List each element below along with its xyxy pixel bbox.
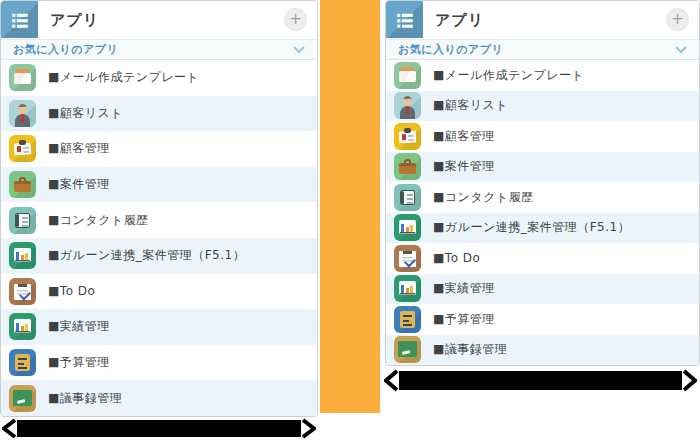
- app-label: ■案件管理: [48, 176, 110, 193]
- plus-icon: +: [289, 12, 302, 27]
- chalkboard-icon: [9, 385, 36, 412]
- app-label: ■ガルーン連携_案件管理（F5.1）: [48, 247, 245, 264]
- app-label: ■メール作成テンプレート: [48, 69, 199, 86]
- app-label: ■コンタクト履歴: [48, 212, 149, 229]
- app-label: ■顧客リスト: [433, 97, 508, 114]
- fax-icon: [9, 207, 36, 234]
- app-list-item[interactable]: ■コンタクト履歴: [1, 202, 317, 238]
- briefcase-icon: [9, 171, 36, 198]
- app-list-item[interactable]: ■To Do: [1, 274, 317, 310]
- app-list-item[interactable]: ■案件管理: [386, 152, 699, 183]
- app-list-item[interactable]: ■コンタクト履歴: [386, 182, 699, 213]
- app-list-menu-icon[interactable]: [386, 1, 423, 38]
- chevron-down-icon: [293, 46, 305, 54]
- page-title: アプリ: [435, 11, 484, 30]
- app-list-item[interactable]: ■議事録管理: [386, 335, 699, 366]
- app-list-item[interactable]: ■顧客管理: [1, 131, 317, 167]
- bar-chart-icon: [9, 313, 36, 340]
- redaction-bar: [17, 420, 301, 437]
- favorites-section-header[interactable]: お気に入りのアプリ: [1, 40, 317, 60]
- briefcase-icon: [394, 153, 421, 180]
- app-list-menu-icon[interactable]: [1, 1, 38, 38]
- app-list-item[interactable]: ■予算管理: [1, 345, 317, 381]
- bar-chart-icon: [394, 275, 421, 302]
- app-label: ■実績管理: [433, 280, 495, 297]
- add-app-button[interactable]: +: [284, 8, 307, 31]
- app-list-item[interactable]: ■案件管理: [1, 167, 317, 203]
- arrow-left-icon: [384, 369, 399, 392]
- app-label: ■コンタクト履歴: [433, 189, 534, 206]
- app-list-item[interactable]: ■実績管理: [1, 309, 317, 345]
- app-list-item[interactable]: ■実績管理: [386, 274, 699, 305]
- favorites-section-header[interactable]: お気に入りのアプリ: [386, 40, 699, 60]
- app-label: ■予算管理: [433, 311, 495, 328]
- app-list-item[interactable]: ■ガルーン連携_案件管理（F5.1）: [1, 238, 317, 274]
- plus-icon: +: [671, 12, 684, 27]
- favorites-label: お気に入りのアプリ: [13, 42, 118, 57]
- app-list-item[interactable]: ■メール作成テンプレート: [1, 60, 317, 96]
- app-list-item[interactable]: ■議事録管理: [1, 380, 317, 416]
- page-title: アプリ: [50, 11, 99, 30]
- add-app-button[interactable]: +: [666, 8, 689, 31]
- app-list: ■メール作成テンプレート■顧客リスト■顧客管理■案件管理■コンタクト履歴■ガルー…: [1, 60, 317, 416]
- app-label: ■議事録管理: [48, 390, 122, 407]
- app-label: ■ガルーン連携_案件管理（F5.1）: [433, 219, 630, 236]
- app-panel-right: アプリ + お気に入りのアプリ ■メール作成テンプレート■顧客リスト■顧客管理■…: [385, 0, 700, 366]
- list-glyph: [391, 6, 419, 34]
- customer-card-icon: [9, 135, 36, 162]
- app-list-item[interactable]: ■ガルーン連携_案件管理（F5.1）: [386, 213, 699, 244]
- customer-avatar-icon: [394, 92, 421, 119]
- bar-chart-icon: [9, 242, 36, 269]
- redacted-caption-right: [384, 369, 697, 392]
- todo-clipboard-icon: [394, 245, 421, 272]
- app-label: ■顧客管理: [433, 128, 495, 145]
- app-list-item[interactable]: ■メール作成テンプレート: [386, 60, 699, 91]
- app-list-item[interactable]: ■顧客リスト: [1, 96, 317, 132]
- app-label: ■顧客リスト: [48, 105, 123, 122]
- panel-header: アプリ +: [1, 1, 317, 40]
- panel-header: アプリ +: [386, 1, 699, 40]
- chevron-down-icon: [675, 46, 687, 54]
- customer-avatar-icon: [9, 100, 36, 127]
- abacus-icon: [9, 349, 36, 376]
- app-label: ■メール作成テンプレート: [433, 67, 584, 84]
- list-glyph: [6, 6, 34, 34]
- redacted-caption-left: [2, 418, 316, 439]
- app-list-item[interactable]: ■顧客リスト: [386, 91, 699, 122]
- app-label: ■議事録管理: [433, 341, 507, 358]
- mail-icon: [9, 64, 36, 91]
- app-list-item[interactable]: ■予算管理: [386, 304, 699, 335]
- app-list-item[interactable]: ■To Do: [386, 243, 699, 274]
- abacus-icon: [394, 306, 421, 333]
- app-list: ■メール作成テンプレート■顧客リスト■顧客管理■案件管理■コンタクト履歴■ガルー…: [386, 60, 699, 365]
- app-label: ■実績管理: [48, 318, 110, 335]
- customer-card-icon: [394, 123, 421, 150]
- app-label: ■案件管理: [433, 158, 495, 175]
- app-label: ■顧客管理: [48, 140, 110, 157]
- app-label: ■To Do: [433, 251, 480, 265]
- arrow-right-icon: [301, 418, 316, 439]
- app-panel-left: アプリ + お気に入りのアプリ ■メール作成テンプレート■顧客リスト■顧客管理■…: [0, 0, 318, 417]
- app-label: ■To Do: [48, 284, 95, 298]
- todo-clipboard-icon: [9, 278, 36, 305]
- fax-icon: [394, 184, 421, 211]
- mail-icon: [394, 62, 421, 89]
- arrow-right-icon: [682, 369, 697, 392]
- favorites-label: お気に入りのアプリ: [398, 42, 503, 57]
- redaction-bar: [399, 371, 682, 390]
- app-list-item[interactable]: ■顧客管理: [386, 121, 699, 152]
- bar-chart-icon: [394, 214, 421, 241]
- orange-divider-band: [320, 0, 380, 413]
- arrow-left-icon: [2, 418, 17, 439]
- chalkboard-icon: [394, 336, 421, 363]
- app-label: ■予算管理: [48, 354, 110, 371]
